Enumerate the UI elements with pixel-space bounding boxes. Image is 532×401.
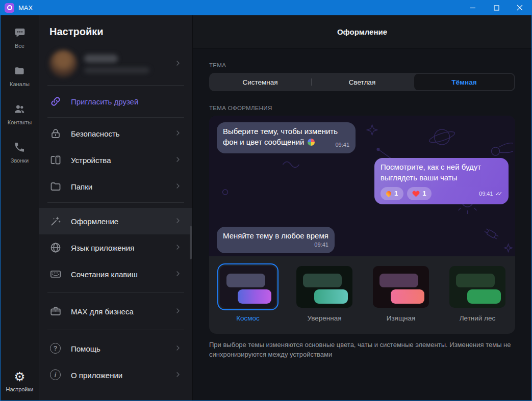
message-time: 09:41 bbox=[335, 141, 349, 149]
magic-wand-icon bbox=[49, 215, 62, 227]
nav-settings-label: Настройки bbox=[6, 386, 34, 392]
divider bbox=[47, 330, 184, 330]
appearance-panel: Оформление ТЕМА Системная Светлая Тёмная… bbox=[193, 15, 531, 400]
help-icon: ? bbox=[49, 342, 62, 355]
nav-contacts[interactable]: Контакты bbox=[8, 103, 32, 125]
maximize-button[interactable] bbox=[485, 0, 508, 15]
theme-option-uverennaya[interactable]: Уверенная bbox=[294, 263, 355, 322]
max-logo-icon bbox=[5, 3, 14, 13]
theme-option-letniy-les[interactable]: Летний лес bbox=[447, 263, 508, 322]
chevron-right-icon bbox=[174, 344, 182, 354]
settings-title: Настройки bbox=[47, 15, 184, 45]
chevron-right-icon bbox=[174, 307, 182, 316]
channels-icon bbox=[13, 65, 26, 78]
segment-divider bbox=[311, 78, 312, 86]
theme-name: Изящная bbox=[387, 314, 416, 322]
settings-item-help[interactable]: ? Помощь bbox=[47, 335, 184, 362]
divider bbox=[47, 292, 184, 293]
theme-section-label: ТЕМА bbox=[209, 62, 515, 68]
reaction-count: 1 bbox=[394, 189, 398, 198]
info-icon: i bbox=[49, 369, 62, 381]
theme-mode-system[interactable]: Системная bbox=[209, 73, 311, 91]
reaction-count: 1 bbox=[422, 189, 426, 198]
theme-option-izyashchnaya[interactable]: Изящная bbox=[370, 263, 432, 322]
shortcuts-label: Сочетания клавиш bbox=[71, 270, 174, 279]
message-text: Посмотрите, как с ней будут выглядеть ва… bbox=[381, 163, 481, 182]
minimize-button[interactable] bbox=[461, 0, 485, 15]
settings-item-shortcuts[interactable]: Сочетания клавиш bbox=[47, 261, 184, 287]
keyboard-icon bbox=[49, 268, 62, 280]
link-icon bbox=[49, 95, 62, 108]
settings-item-invite-friends[interactable]: Пригласить друзей bbox=[47, 88, 184, 115]
message-time: 09:41 bbox=[223, 241, 328, 249]
language-label: Язык приложения bbox=[71, 244, 174, 252]
folder-icon bbox=[49, 180, 62, 193]
reaction-fire: 1 bbox=[381, 187, 403, 200]
nav-calls[interactable]: Звонки bbox=[11, 141, 29, 164]
design-section-label: ТЕМА ОФОРМЛЕНИЯ bbox=[209, 105, 515, 111]
window-title: MAX bbox=[18, 4, 33, 12]
chevron-right-icon bbox=[174, 243, 182, 253]
chevron-right-icon bbox=[174, 129, 182, 139]
phone-icon bbox=[13, 141, 26, 155]
nav-settings[interactable]: ⚙ Настройки bbox=[6, 370, 34, 392]
profile-row[interactable] bbox=[47, 45, 184, 83]
briefcase-icon bbox=[49, 305, 62, 317]
divider bbox=[47, 117, 184, 118]
titlebar: MAX bbox=[1, 0, 531, 15]
chevron-right-icon bbox=[174, 155, 182, 165]
lock-icon bbox=[49, 127, 62, 140]
nav-all-chats[interactable]: Все bbox=[14, 26, 26, 49]
profile-name-blurred bbox=[84, 55, 174, 73]
chevron-right-icon bbox=[174, 59, 182, 69]
chevron-right-icon bbox=[174, 217, 182, 226]
nav-channels-label: Каналы bbox=[10, 81, 30, 87]
chat-preview: Выберите тему, чтобы изменить фон и цвет… bbox=[209, 116, 515, 256]
message-text: Выберите тему, чтобы изменить фон и цвет… bbox=[223, 127, 338, 146]
appearance-title: Оформление bbox=[337, 28, 387, 36]
reaction-heart: 1 bbox=[407, 187, 432, 200]
settings-panel: Настройки Пригласить друзей bbox=[39, 15, 193, 400]
message-bubble-incoming: Меняйте тему в любое время 09:41 bbox=[217, 227, 335, 253]
about-label: О приложении bbox=[71, 371, 174, 380]
settings-item-business[interactable]: MAX для бизнеса bbox=[47, 298, 184, 325]
close-button[interactable] bbox=[508, 0, 531, 15]
message-bubble-incoming: Выберите тему, чтобы изменить фон и цвет… bbox=[217, 122, 356, 153]
devices-icon bbox=[49, 154, 62, 166]
read-checkmarks-icon: ✓✓ bbox=[495, 190, 502, 198]
settings-item-about[interactable]: i О приложении bbox=[47, 362, 184, 388]
palette-emoji bbox=[308, 139, 315, 146]
settings-item-language[interactable]: Язык приложения bbox=[47, 234, 184, 261]
folders-label: Папки bbox=[71, 182, 174, 191]
divider bbox=[47, 85, 184, 86]
nav-contacts-label: Контакты bbox=[8, 119, 32, 125]
divider bbox=[47, 202, 184, 203]
chevron-right-icon bbox=[174, 370, 182, 380]
settings-item-appearance[interactable]: Оформление bbox=[39, 208, 192, 234]
fire-emoji bbox=[385, 190, 392, 197]
settings-item-folders[interactable]: Папки bbox=[47, 173, 184, 200]
settings-item-devices[interactable]: Устройства bbox=[47, 147, 184, 173]
theme-option-kosmos[interactable]: Космос bbox=[217, 263, 278, 322]
theme-mode-dark[interactable]: Тёмная bbox=[413, 73, 515, 91]
nav-channels[interactable]: Каналы bbox=[10, 65, 30, 87]
nav-rail: Все Каналы Контакты Звонки bbox=[1, 15, 39, 400]
contacts-icon bbox=[13, 103, 26, 117]
theme-name: Уверенная bbox=[307, 314, 341, 322]
gear-icon: ⚙ bbox=[14, 370, 25, 384]
devices-label: Устройства bbox=[71, 156, 174, 165]
chevron-right-icon bbox=[174, 270, 182, 279]
appearance-header: Оформление bbox=[193, 15, 531, 48]
help-label: Помощь bbox=[71, 344, 174, 353]
message-text: Меняйте тему в любое время bbox=[223, 231, 328, 240]
chats-icon bbox=[14, 26, 26, 40]
heart-emoji bbox=[413, 191, 419, 197]
theme-mode-light[interactable]: Светлая bbox=[311, 73, 413, 91]
settings-scrollbar[interactable] bbox=[190, 226, 192, 259]
nav-all-label: Все bbox=[15, 43, 24, 49]
chevron-right-icon bbox=[174, 182, 182, 192]
appearance-label: Оформление bbox=[71, 217, 174, 226]
avatar bbox=[49, 50, 77, 77]
theme-design-card: Выберите тему, чтобы изменить фон и цвет… bbox=[209, 116, 515, 334]
settings-item-security[interactable]: Безопасность bbox=[47, 120, 184, 147]
